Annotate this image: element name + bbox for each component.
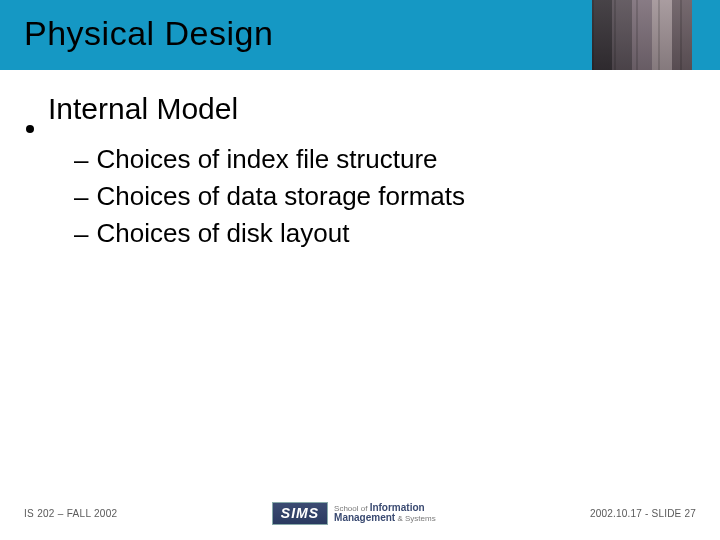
heading-text: Internal Model (48, 92, 238, 126)
bullet-level2: – Choices of data storage formats (74, 181, 694, 212)
dash-icon: – (74, 184, 88, 210)
title-decorative-image (592, 0, 692, 70)
title-bar: Physical Design (0, 0, 720, 70)
footer-left: IS 202 – FALL 2002 (24, 508, 117, 519)
sims-badge: SIMS (272, 502, 328, 525)
footer-logo: SIMS School of Information Management & … (272, 502, 436, 525)
dash-icon: – (74, 221, 88, 247)
sims-text: School of Information Management & Syste… (334, 503, 436, 523)
slide-title: Physical Design (24, 14, 273, 53)
bullet-dot-icon (26, 125, 34, 133)
bullet-text: Choices of index file structure (96, 144, 437, 175)
bullet-level2: – Choices of index file structure (74, 144, 694, 175)
bullet-text: Choices of data storage formats (96, 181, 465, 212)
bullet-text: Choices of disk layout (96, 218, 349, 249)
bullet-level2: – Choices of disk layout (74, 218, 694, 249)
dash-icon: – (74, 147, 88, 173)
bullet-level1: Internal Model (26, 92, 694, 126)
slide: Physical Design Internal Model – Choices… (0, 0, 720, 540)
footer-right: 2002.10.17 - SLIDE 27 (590, 508, 696, 519)
slide-body: Internal Model – Choices of index file s… (26, 92, 694, 255)
footer: IS 202 – FALL 2002 SIMS School of Inform… (24, 500, 696, 526)
